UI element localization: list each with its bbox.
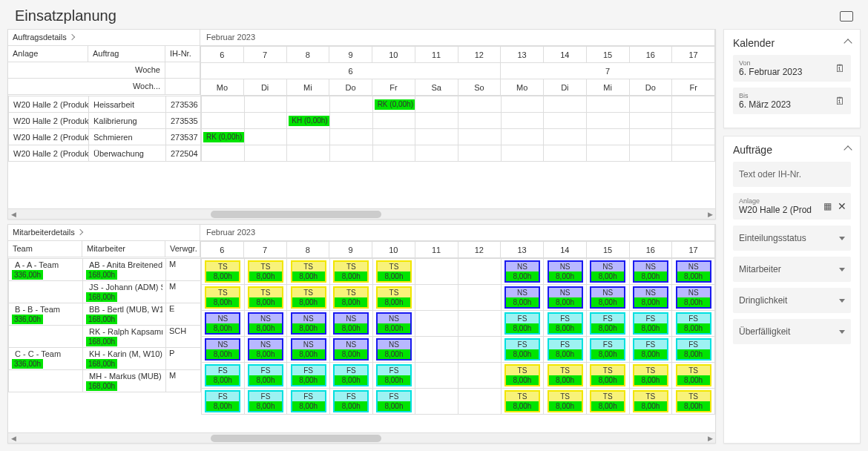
status-select[interactable]: Einteilungsstatus: [733, 226, 851, 251]
calendar-icon[interactable]: 🗓: [835, 95, 845, 107]
shift-chip[interactable]: FS8,00h: [633, 312, 668, 335]
shift-chip[interactable]: FS8,00h: [590, 338, 625, 361]
shift-chip[interactable]: TS8,00h: [590, 364, 625, 386]
shift-chip[interactable]: TS8,00h: [376, 260, 412, 283]
shift-chip[interactable]: NS8,00h: [676, 260, 711, 283]
shift-chip[interactable]: TS8,00h: [333, 286, 369, 309]
table-cell: Heissarbeit: [89, 96, 166, 113]
calendar-icon[interactable]: 🗓: [835, 62, 845, 74]
shift-chip[interactable]: FS8,00h: [633, 338, 668, 361]
shift-chip[interactable]: TS8,00h: [376, 286, 412, 309]
shift-chip[interactable]: NS8,00h: [590, 260, 625, 283]
shift-chip[interactable]: NS8,00h: [291, 312, 326, 335]
assignment-chip[interactable]: KH (0,00h): [289, 116, 329, 126]
shift-chip[interactable]: FS8,00h: [504, 312, 540, 335]
table-row: RK (0,00h): [202, 129, 715, 145]
shift-chip[interactable]: FS8,00h: [291, 364, 326, 386]
date-to[interactable]: Bis 6. März 2023 🗓: [733, 88, 851, 114]
shift-chip[interactable]: TS8,00h: [248, 260, 283, 283]
shift-chip[interactable]: NS8,00h: [376, 338, 412, 361]
shift-chip[interactable]: NS8,00h: [504, 286, 540, 309]
ueberfaelligkeit-select[interactable]: Überfälligkeit: [733, 319, 851, 344]
col-ih[interactable]: IH-Nr.: [165, 46, 200, 62]
row-week: Woche: [8, 62, 165, 79]
shift-chip[interactable]: FS8,00h: [548, 338, 583, 361]
orders-hscroll[interactable]: ◀ ▶: [8, 208, 715, 219]
employees-panel: Mitarbeiterdetails Team Mitarbeiter Verw…: [7, 224, 716, 444]
shift-chip[interactable]: NS8,00h: [248, 312, 283, 335]
col-auftrag[interactable]: Auftrag: [88, 46, 165, 62]
table-row: FS8,00hFS8,00hFS8,00hFS8,00hFS8,00hTS8,0…: [202, 363, 715, 389]
kalender-title: Kalender: [733, 37, 775, 49]
grid-icon[interactable]: ▦: [823, 201, 832, 211]
shift-chip[interactable]: FS8,00h: [676, 312, 711, 335]
table-cell: 272504: [166, 145, 201, 162]
orders-section-header[interactable]: Auftragsdetails: [8, 30, 200, 46]
shift-chip[interactable]: TS8,00h: [676, 390, 711, 412]
shift-chip[interactable]: NS8,00h: [548, 260, 583, 283]
shift-chip[interactable]: TS8,00h: [504, 390, 540, 412]
employees-section-header[interactable]: Mitarbeiterdetails: [8, 225, 200, 241]
shift-chip[interactable]: NS8,00h: [333, 312, 369, 335]
shift-chip[interactable]: TS8,00h: [590, 390, 625, 412]
shift-chip[interactable]: TS8,00h: [548, 364, 583, 386]
shift-chip[interactable]: FS8,00h: [333, 390, 369, 412]
shift-chip[interactable]: TS8,00h: [504, 364, 540, 386]
shift-chip[interactable]: FS8,00h: [590, 312, 625, 335]
col-verwgr[interactable]: Verwgr.: [165, 241, 200, 257]
assignment-chip[interactable]: RK (0,00h): [203, 132, 244, 142]
anlage-select[interactable]: Anlage W20 Halle 2 (Prod ▦ ✕: [733, 193, 851, 220]
employees-hscroll[interactable]: ◀ ▶: [8, 432, 715, 443]
shift-chip[interactable]: FS8,00h: [676, 338, 711, 361]
shift-chip[interactable]: NS8,00h: [590, 286, 625, 309]
shift-chip[interactable]: NS8,00h: [205, 312, 240, 335]
table-cell: W20 Halle 2 (Produkti...: [9, 96, 89, 113]
shift-chip[interactable]: NS8,00h: [548, 286, 583, 309]
table-cell: Schmieren: [89, 129, 166, 145]
shift-chip[interactable]: TS8,00h: [291, 260, 326, 283]
shift-chip[interactable]: FS8,00h: [333, 364, 369, 386]
clear-icon[interactable]: ✕: [838, 200, 846, 212]
shift-chip[interactable]: FS8,00h: [248, 390, 283, 412]
fullscreen-icon[interactable]: [840, 11, 853, 22]
shift-chip[interactable]: NS8,00h: [633, 260, 668, 283]
shift-chip[interactable]: NS8,00h: [205, 338, 240, 361]
shift-chip[interactable]: TS8,00h: [205, 260, 240, 283]
shift-chip[interactable]: TS8,00h: [548, 390, 583, 412]
col-anlage[interactable]: Anlage: [8, 46, 88, 62]
shift-chip[interactable]: FS8,00h: [504, 338, 540, 361]
table-cell: W20 Halle 2 (Produkti...: [9, 129, 89, 145]
shift-chip[interactable]: FS8,00h: [291, 390, 326, 412]
shift-chip[interactable]: NS8,00h: [633, 286, 668, 309]
shift-chip[interactable]: NS8,00h: [504, 260, 540, 283]
shift-chip[interactable]: NS8,00h: [676, 286, 711, 309]
shift-chip[interactable]: NS8,00h: [376, 312, 412, 335]
search-input[interactable]: Text oder IH-Nr.: [733, 162, 851, 187]
date-from[interactable]: Von 6. Februar 2023 🗓: [733, 55, 851, 82]
shift-chip[interactable]: FS8,00h: [205, 364, 240, 386]
mitarbeiter-select[interactable]: Mitarbeiter: [733, 257, 851, 282]
shift-chip[interactable]: TS8,00h: [633, 390, 668, 412]
shift-chip[interactable]: TS8,00h: [291, 286, 326, 309]
shift-chip[interactable]: TS8,00h: [633, 364, 668, 386]
shift-chip[interactable]: FS8,00h: [376, 390, 412, 412]
shift-chip[interactable]: FS8,00h: [205, 390, 240, 412]
shift-chip[interactable]: TS8,00h: [248, 286, 283, 309]
page-title: Einsatzplanung: [15, 7, 116, 24]
assignment-chip[interactable]: RK (0,00h): [375, 99, 415, 110]
shift-chip[interactable]: NS8,00h: [248, 338, 283, 361]
col-team[interactable]: Team: [8, 241, 82, 257]
collapse-icon[interactable]: [845, 145, 851, 155]
shift-chip[interactable]: FS8,00h: [248, 364, 283, 386]
shift-chip[interactable]: FS8,00h: [376, 364, 412, 386]
shift-chip[interactable]: TS8,00h: [676, 364, 711, 386]
col-mitarbeiter[interactable]: Mitarbeiter: [82, 241, 165, 257]
table-row: NS8,00hNS8,00hNS8,00hNS8,00hNS8,00hFS8,0…: [202, 337, 715, 363]
collapse-icon[interactable]: [845, 38, 851, 48]
shift-chip[interactable]: NS8,00h: [333, 338, 369, 361]
shift-chip[interactable]: NS8,00h: [291, 338, 326, 361]
shift-chip[interactable]: TS8,00h: [205, 286, 240, 309]
shift-chip[interactable]: TS8,00h: [333, 260, 369, 283]
shift-chip[interactable]: FS8,00h: [548, 312, 583, 335]
dringlichkeit-select[interactable]: Dringlichkeit: [733, 288, 851, 313]
